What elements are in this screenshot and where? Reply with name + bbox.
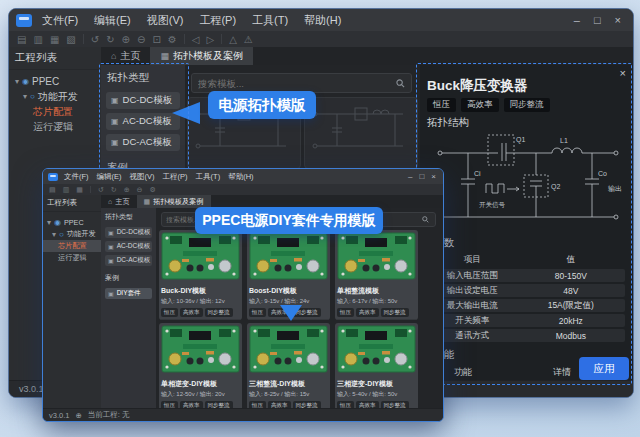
redo-icon[interactable]: ↻ bbox=[106, 34, 114, 45]
function-node-icon: ○ bbox=[30, 92, 35, 101]
tree-node-run-logic[interactable]: 运行逻辑 bbox=[9, 119, 101, 134]
card-title: 单相逆变-DIY模板 bbox=[161, 379, 240, 389]
topology-group-title: 拓扑类型 bbox=[101, 208, 156, 224]
redo-icon[interactable]: ↻ bbox=[111, 186, 117, 194]
tab-home[interactable]: ⌂ 主页 bbox=[101, 195, 137, 208]
back-icon[interactable]: ◁ bbox=[192, 34, 200, 45]
template-card-ghost[interactable] bbox=[304, 97, 418, 169]
tree-node-function-dev[interactable]: ▾ ○ 功能开发 bbox=[43, 228, 101, 240]
tree-node-chip-config[interactable]: 芯片配置 bbox=[43, 240, 101, 252]
menu-view[interactable]: 视图(V) bbox=[147, 13, 184, 28]
tree-node-chip-config[interactable]: 芯片配置 bbox=[9, 104, 101, 119]
tab-home[interactable]: ⌂ 主页 bbox=[101, 47, 150, 65]
open-folder-icon[interactable]: ▥ bbox=[33, 34, 42, 45]
minimize-button[interactable]: – bbox=[408, 172, 412, 181]
diy-card-single-rectifier[interactable]: 单相整流模板 输入: 6-17v / 输出: 50v 恒压 高效率 同步整流 → bbox=[335, 230, 418, 320]
menu-file[interactable]: 文件(F) bbox=[64, 172, 89, 182]
param-value: Modbus bbox=[517, 331, 625, 341]
pcb-photo bbox=[249, 325, 328, 373]
template-icon: ▦ bbox=[144, 198, 151, 206]
diy-card-three-phase-rectifier[interactable]: 三相整流-DIY模板 输入: 8-25v / 输出: 15v 恒压 高效率 同步… bbox=[247, 323, 330, 409]
schematic-output-label: 输出 bbox=[608, 185, 622, 193]
maximize-button[interactable]: □ bbox=[594, 14, 601, 26]
topology-item-dcac[interactable]: ▣ DC-AC模板 bbox=[105, 255, 152, 266]
template-box-icon: ▣ bbox=[111, 138, 119, 147]
menu-file[interactable]: 文件(F) bbox=[42, 13, 78, 28]
app-logo-icon bbox=[16, 14, 32, 27]
save-icon[interactable]: ▦ bbox=[76, 186, 83, 194]
topology-item-label: AC-DC模板 bbox=[123, 115, 172, 128]
tab-label: 拓扑模板及案例 bbox=[153, 197, 203, 207]
zoom-out-icon[interactable]: ⊖ bbox=[137, 34, 145, 45]
pcb-photo bbox=[161, 232, 240, 280]
diy-card-three-phase-inverter[interactable]: 三相逆变-DIY模板 输入: 5-40v / 输出: 50v 恒压 高效率 同步… bbox=[335, 323, 418, 409]
menu-help[interactable]: 帮助(H) bbox=[304, 13, 341, 28]
save-icon[interactable]: ▦ bbox=[50, 34, 59, 45]
structure-section-title: 拓扑结构 bbox=[427, 116, 469, 130]
tag-badge: 恒压 bbox=[427, 98, 456, 112]
project-panel-title: 工程列表 bbox=[43, 195, 101, 212]
card-title: Buck-DIY模板 bbox=[161, 286, 240, 296]
detail-link[interactable]: 详情 bbox=[553, 366, 571, 379]
caret-down-icon: ▾ bbox=[15, 77, 19, 86]
topology-item-dcdc[interactable]: ▣ DC-DC模板 bbox=[106, 92, 180, 109]
pcb-photo bbox=[161, 325, 240, 373]
menu-edit[interactable]: 编辑(E) bbox=[97, 172, 122, 182]
zoom-out-icon[interactable]: ⊖ bbox=[137, 186, 143, 194]
schematic-co-label: Co bbox=[598, 170, 607, 177]
new-file-icon[interactable]: ▤ bbox=[17, 34, 26, 45]
menu-project[interactable]: 工程(P) bbox=[163, 172, 188, 182]
menubar: 文件(F) 编辑(E) 视图(V) 工程(P) 工具(T) 帮助(H) bbox=[42, 13, 341, 28]
tag-badge: 恒压 bbox=[337, 308, 354, 317]
menu-edit[interactable]: 编辑(E) bbox=[94, 13, 131, 28]
tree-node-ppec[interactable]: ▾ ◉ PPEC bbox=[9, 74, 101, 89]
menu-tools[interactable]: 工具(T) bbox=[252, 13, 288, 28]
params-table: 项目 值 输入电压范围 80-150V 输出设定电压 48V 最大输出电流 15… bbox=[428, 253, 625, 344]
tree-node-function-dev[interactable]: ▾ ○ 功能开发 bbox=[9, 89, 101, 104]
menu-help[interactable]: 帮助(H) bbox=[228, 172, 253, 182]
warning-icon[interactable]: ⚠ bbox=[244, 34, 253, 45]
menu-project[interactable]: 工程(P) bbox=[199, 13, 236, 28]
tag-badge: 高效率 bbox=[461, 98, 499, 112]
close-button[interactable]: × bbox=[431, 172, 436, 181]
search-input[interactable] bbox=[192, 78, 396, 89]
diy-card-single-inverter[interactable]: 单相逆变-DIY模板 输入: 12-50v / 输出: 20v 恒压 高效率 同… bbox=[159, 323, 242, 409]
zoom-in-icon[interactable]: ⊕ bbox=[122, 34, 130, 45]
save-all-icon[interactable]: ▧ bbox=[66, 34, 75, 45]
fit-view-icon[interactable]: ⊡ bbox=[152, 34, 160, 45]
new-file-icon[interactable]: ▤ bbox=[49, 186, 56, 194]
open-folder-icon[interactable]: ▥ bbox=[63, 186, 70, 194]
home-icon: ⌂ bbox=[111, 51, 116, 61]
tag-badge: 恒压 bbox=[161, 308, 178, 317]
param-value: 20kHz bbox=[517, 316, 625, 326]
tab-label: 主页 bbox=[115, 197, 129, 207]
detail-close-icon[interactable]: × bbox=[620, 67, 626, 79]
close-button[interactable]: × bbox=[615, 14, 621, 26]
settings-gear-icon[interactable]: ⚙ bbox=[168, 34, 177, 45]
apply-button[interactable]: 应用 bbox=[579, 357, 629, 380]
maximize-button[interactable]: □ bbox=[419, 172, 424, 181]
diy-card-buck[interactable]: Buck-DIY模板 输入: 10-36v / 输出: 12v 恒压 高效率 同… bbox=[159, 230, 242, 320]
tag-badge: 同步整流 bbox=[504, 98, 550, 112]
menu-tools[interactable]: 工具(T) bbox=[196, 172, 221, 182]
minimize-button[interactable]: – bbox=[574, 14, 580, 26]
topology-item-dcdc[interactable]: ▣ DC-DC模板 bbox=[105, 227, 152, 238]
undo-icon[interactable]: ↺ bbox=[98, 186, 104, 194]
card-title: 三相逆变-DIY模板 bbox=[337, 379, 416, 389]
menu-view[interactable]: 视图(V) bbox=[130, 172, 155, 182]
tab-topology-templates[interactable]: ▦ 拓扑模板及案例 bbox=[150, 47, 253, 65]
topology-item-diy[interactable]: ▣ DIY套件 bbox=[105, 288, 152, 299]
zoom-in-icon[interactable]: ⊕ bbox=[124, 186, 130, 194]
topology-item-acdc[interactable]: ▣ AC-DC模板 bbox=[106, 113, 180, 130]
param-value: 48V bbox=[517, 286, 625, 296]
tree-node-run-logic[interactable]: 运行逻辑 bbox=[43, 252, 101, 264]
tree-node-ppec[interactable]: ▾ ◉ PPEC bbox=[43, 216, 101, 228]
forward-icon[interactable]: ▷ bbox=[206, 34, 214, 45]
settings-gear-icon[interactable]: ⚙ bbox=[149, 186, 155, 194]
tool-icon[interactable]: △ bbox=[229, 34, 237, 45]
topology-item-acdc[interactable]: ▣ AC-DC模板 bbox=[105, 241, 152, 252]
topology-item-dcac[interactable]: ▣ DC-AC模板 bbox=[106, 134, 180, 151]
pcb-photo bbox=[249, 232, 328, 280]
undo-icon[interactable]: ↺ bbox=[91, 34, 99, 45]
table-row: 输出设定电压 48V bbox=[428, 284, 625, 297]
